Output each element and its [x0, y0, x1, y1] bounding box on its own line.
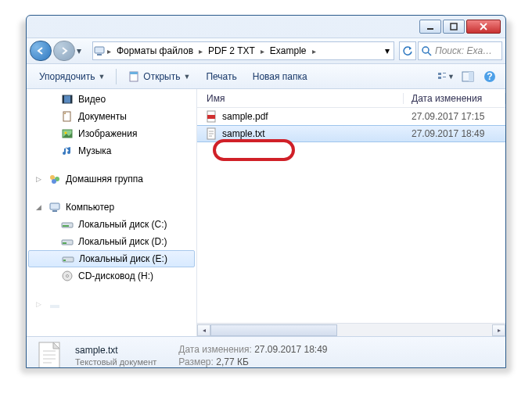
- svg-rect-13: [443, 77, 446, 77]
- breadcrumb[interactable]: ▸ Форматы файлов ▸ PDF 2 TXT ▸ Example ▸…: [92, 41, 394, 60]
- svg-rect-4: [95, 47, 104, 53]
- document-icon: [61, 110, 74, 123]
- explorer-window: ▾ ▸ Форматы файлов ▸ PDF 2 TXT ▸ Example…: [26, 15, 506, 368]
- svg-rect-10: [438, 73, 441, 75]
- svg-rect-9: [130, 72, 138, 74]
- maximize-button[interactable]: [443, 20, 465, 34]
- back-button[interactable]: [30, 41, 52, 61]
- cd-icon: [61, 270, 74, 282]
- column-name[interactable]: Имя: [197, 93, 404, 104]
- svg-rect-37: [50, 305, 59, 308]
- expand-icon[interactable]: ▷: [36, 175, 41, 183]
- breadcrumb-segment[interactable]: PDF 2 TXT: [204, 42, 259, 59]
- svg-rect-1: [451, 23, 457, 30]
- tree-item-music[interactable]: Музыка: [27, 142, 196, 159]
- breadcrumb-segment[interactable]: Example: [266, 42, 311, 59]
- tree-item-computer[interactable]: ◢Компьютер: [27, 199, 196, 216]
- breadcrumb-dropdown[interactable]: ▾: [381, 42, 394, 59]
- drive-icon: [61, 218, 74, 231]
- homegroup-icon: [49, 173, 61, 185]
- svg-rect-15: [469, 72, 473, 81]
- help-button[interactable]: ?: [480, 68, 499, 85]
- svg-point-36: [66, 275, 69, 278]
- view-options-button[interactable]: ▼: [437, 68, 455, 85]
- minimize-button[interactable]: [419, 20, 441, 34]
- forward-button[interactable]: [53, 41, 75, 61]
- svg-rect-27: [50, 203, 59, 210]
- tree-item-videos[interactable]: Видео: [27, 91, 196, 108]
- scroll-thumb[interactable]: [210, 324, 337, 336]
- scroll-left-button[interactable]: ◂: [197, 324, 210, 336]
- svg-rect-11: [443, 73, 446, 73]
- tree-item-drive-c[interactable]: Локальный диск (C:): [27, 216, 196, 233]
- chevron-right-icon[interactable]: ▸: [311, 47, 318, 56]
- svg-rect-28: [52, 210, 57, 212]
- tree-item-documents[interactable]: Документы: [27, 108, 196, 125]
- nav-history-dropdown[interactable]: ▾: [77, 45, 88, 56]
- file-row[interactable]: sample.txt 27.09.2017 18:49: [197, 125, 505, 142]
- tree-item-pictures[interactable]: Изображения: [27, 125, 196, 142]
- notepad-icon: [128, 70, 140, 83]
- column-headers: Имя Дата изменения: [197, 89, 505, 108]
- open-button[interactable]: Открыть▼: [121, 67, 196, 86]
- print-button[interactable]: Печать: [200, 68, 243, 85]
- tree-item-drive-d[interactable]: Локальный диск (D:): [27, 233, 196, 250]
- txt-icon: [205, 127, 217, 140]
- film-icon: [61, 93, 74, 106]
- svg-rect-30: [63, 225, 69, 227]
- chevron-right-icon[interactable]: ▸: [259, 47, 266, 56]
- navigation-tree: Видео Документы Изображения Музыка ▷Дома…: [27, 89, 197, 336]
- chevron-right-icon[interactable]: ▸: [197, 47, 204, 56]
- tree-item-network[interactable]: ▷: [27, 296, 196, 313]
- preview-pane-button[interactable]: [458, 68, 477, 85]
- nav-bar: ▾ ▸ Форматы файлов ▸ PDF 2 TXT ▸ Example…: [27, 38, 505, 64]
- new-folder-button[interactable]: Новая папка: [246, 68, 314, 85]
- svg-rect-19: [63, 95, 64, 103]
- chevron-right-icon[interactable]: ▸: [106, 47, 113, 56]
- file-row[interactable]: sample.pdf 27.09.2017 17:15: [197, 108, 505, 125]
- file-list[interactable]: sample.pdf 27.09.2017 17:15 sample.txt 2…: [197, 108, 505, 323]
- titlebar: [27, 16, 505, 38]
- picture-icon: [61, 127, 74, 140]
- drive-icon: [61, 235, 74, 248]
- file-pane: Имя Дата изменения sample.pdf 27.09.2017…: [197, 89, 505, 336]
- svg-rect-20: [70, 95, 72, 103]
- details-pane: sample.txt Текстовый документ Дата измен…: [27, 336, 505, 368]
- music-icon: [61, 145, 74, 157]
- tree-item-drive-e[interactable]: Локальный диск (E:): [28, 250, 195, 267]
- pdf-icon: [205, 110, 217, 123]
- svg-rect-34: [63, 260, 66, 261]
- svg-point-6: [422, 47, 429, 53]
- tree-item-homegroup[interactable]: ▷Домашняя группа: [27, 170, 196, 188]
- collapse-icon[interactable]: ◢: [36, 203, 41, 211]
- search-icon: [422, 46, 432, 56]
- computer-icon: [93, 45, 106, 57]
- column-date[interactable]: Дата изменения: [404, 93, 505, 104]
- scroll-right-button[interactable]: ▸: [492, 324, 505, 336]
- svg-rect-32: [63, 242, 66, 244]
- refresh-button[interactable]: [399, 41, 416, 60]
- close-button[interactable]: [466, 20, 501, 34]
- breadcrumb-segment[interactable]: Форматы файлов: [113, 42, 197, 59]
- search-input[interactable]: Поиск: Exa…: [418, 41, 502, 60]
- toolbar: Упорядочить▼ Открыть▼ Печать Новая папка…: [27, 64, 505, 89]
- svg-rect-12: [438, 77, 441, 79]
- svg-point-26: [52, 179, 56, 184]
- svg-text:?: ?: [487, 71, 492, 82]
- computer-icon: [49, 201, 61, 213]
- details-filetype: Текстовый документ: [75, 357, 156, 367]
- organize-button[interactable]: Упорядочить▼: [33, 68, 111, 85]
- horizontal-scrollbar[interactable]: ◂ ▸: [197, 323, 505, 336]
- tree-item-cd-drive[interactable]: CD-дисковод (H:): [27, 267, 196, 285]
- svg-rect-5: [97, 54, 102, 56]
- svg-line-7: [428, 52, 431, 56]
- drive-icon: [62, 253, 74, 265]
- details-filename: sample.txt: [75, 345, 156, 356]
- file-type-icon: [34, 340, 66, 369]
- svg-rect-39: [207, 115, 215, 119]
